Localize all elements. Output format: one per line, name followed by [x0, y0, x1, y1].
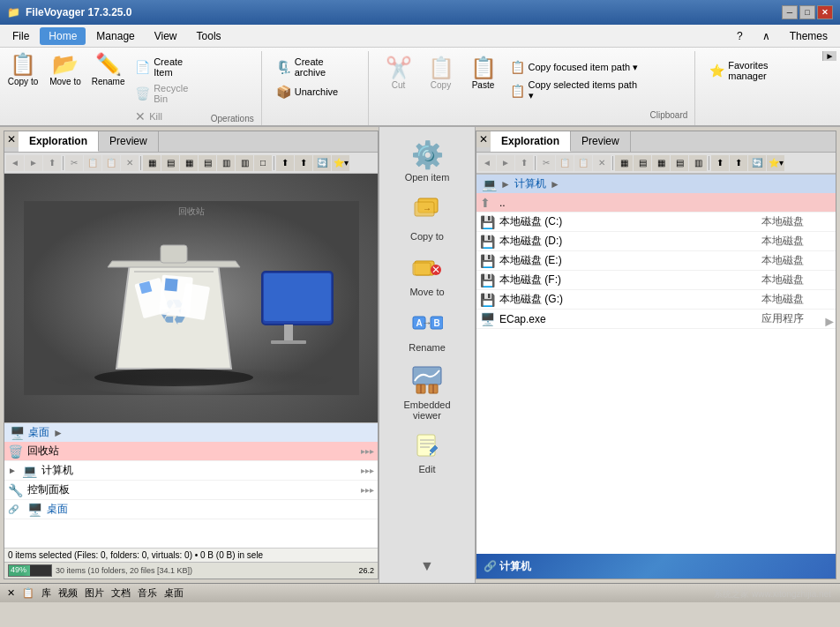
right-tb-refresh[interactable]: 🔄	[748, 155, 766, 171]
computer-list-icon: 💻	[22, 464, 38, 478]
left-tb-more[interactable]: ⭐▾	[332, 155, 349, 171]
right-tb-sort-down[interactable]: ⬆	[730, 155, 747, 171]
right-file-item-ecap[interactable]: 🖥️ ECap.exe 应用程序	[476, 310, 836, 329]
right-tb-copy[interactable]: 📋	[556, 155, 574, 171]
left-tb-view5[interactable]: ▥	[217, 155, 235, 171]
left-tb-copy[interactable]: 📋	[84, 155, 101, 171]
left-tb-cut[interactable]: ✂	[65, 155, 83, 171]
middle-scroll-down[interactable]: ▼	[420, 558, 434, 574]
rename-button[interactable]: ✏️ Rename	[88, 51, 128, 90]
right-tb-view2[interactable]: ▤	[634, 155, 651, 171]
left-tb-view6[interactable]: ▥	[236, 155, 253, 171]
right-panel-close[interactable]: ✕	[476, 131, 491, 147]
right-tb-cut[interactable]: ✂	[537, 155, 555, 171]
right-panel-scroll[interactable]: ►	[822, 314, 836, 330]
copy-to-button[interactable]: 📋 Copy to	[4, 51, 42, 90]
right-tb-view3[interactable]: ▦	[652, 155, 670, 171]
menu-collapse[interactable]: ∧	[754, 27, 779, 45]
kill-button[interactable]: ✕ Kill	[131, 108, 207, 125]
right-tb-view4[interactable]: ▤	[671, 155, 688, 171]
paste-button[interactable]: 📋 Paste	[464, 55, 503, 93]
menu-themes[interactable]: Themes	[781, 27, 836, 45]
right-tb-delete[interactable]: ✕	[593, 155, 611, 171]
right-file-item-fdrive[interactable]: 💾 本地磁盘 (F:) 本地磁盘	[476, 271, 836, 290]
close-button[interactable]: ✕	[817, 5, 833, 19]
embedded-viewer-button[interactable]: Embedded viewer	[387, 362, 467, 424]
copy-button[interactable]: 📋 Copy	[422, 55, 461, 93]
embedded-viewer-icon	[411, 365, 443, 398]
move-to-mid-button[interactable]: ✕ Move to	[387, 250, 467, 301]
right-tb-paste[interactable]: 📋	[574, 155, 592, 171]
right-file-item-up[interactable]: ⬆ ..	[476, 193, 836, 213]
favorites-manager-button[interactable]: ⭐ Favorites manager	[706, 58, 812, 83]
left-tb-view1[interactable]: ▦	[143, 155, 161, 171]
unarchive-button[interactable]: 📦 Unarchive	[273, 83, 361, 101]
left-panel-close[interactable]: ✕	[4, 131, 19, 147]
menu-file[interactable]: File	[4, 27, 38, 45]
right-tab-preview[interactable]: Preview	[571, 131, 631, 152]
left-tb-sort-down[interactable]: ⬆	[295, 155, 312, 171]
maximize-button[interactable]: □	[799, 5, 815, 19]
copy-focused-path-button[interactable]: 📋 Copy focused item path ▾	[506, 58, 647, 76]
right-file-item-ddrive[interactable]: 💾 本地磁盘 (D:) 本地磁盘	[476, 232, 836, 251]
left-tb-large-icons[interactable]: □	[254, 155, 272, 171]
left-tb-view4[interactable]: ▤	[199, 155, 216, 171]
left-tb-delete[interactable]: ✕	[121, 155, 139, 171]
unarchive-icon: 📦	[276, 85, 291, 99]
group1-label: Operations	[211, 114, 254, 125]
fdrive-icon: 💾	[480, 273, 496, 287]
minimize-button[interactable]: ─	[782, 5, 798, 19]
menu-home[interactable]: Home	[40, 27, 86, 45]
app-title: FileVoyager 17.3.25.0	[26, 6, 132, 19]
right-tb-forward[interactable]: ►	[497, 155, 514, 171]
right-file-item-cdrive[interactable]: 💾 本地磁盘 (C:) 本地磁盘	[476, 213, 836, 232]
create-item-button[interactable]: 📄 Create Item	[131, 55, 207, 79]
left-tb-view2[interactable]: ▤	[161, 155, 179, 171]
left-tb-paste[interactable]: 📋	[102, 155, 120, 171]
left-tb-forward[interactable]: ►	[25, 155, 42, 171]
right-file-item-gdrive[interactable]: 💾 本地磁盘 (G:) 本地磁盘	[476, 290, 836, 310]
left-tab-preview[interactable]: Preview	[99, 131, 159, 152]
paste-icon: 📋	[470, 57, 497, 78]
menu-help[interactable]: ?	[728, 27, 752, 45]
recycle-bin-button[interactable]: 🗑️ Recycle Bin	[131, 81, 207, 106]
status-text2: 视频	[58, 586, 78, 600]
left-tb-view3[interactable]: ▦	[180, 155, 198, 171]
right-path-computer[interactable]: 计算机	[514, 176, 546, 191]
edit-button[interactable]: Edit	[387, 429, 467, 478]
file-item-computer[interactable]: ► 💻 计算机 ▸▸▸	[4, 461, 378, 481]
favorites-icon: ⭐	[709, 63, 724, 78]
right-tb-view1[interactable]: ▦	[615, 155, 633, 171]
right-tb-sort-up[interactable]: ⬆	[711, 155, 729, 171]
file-item-control-panel[interactable]: 🔧 控制面板 ▸▸▸	[4, 481, 378, 500]
file-item-recycle[interactable]: 🗑️ 回收站 ▸▸▸	[4, 442, 378, 461]
left-tb-refresh[interactable]: 🔄	[313, 155, 331, 171]
right-tab-exploration[interactable]: Exploration	[491, 131, 571, 152]
ddrive-icon: 💾	[480, 235, 496, 249]
right-tb-back[interactable]: ◄	[478, 155, 496, 171]
create-archive-button[interactable]: 🗜️ Create archive	[273, 55, 361, 79]
cut-button[interactable]: ✂️ Cut	[379, 55, 418, 93]
left-tb-up[interactable]: ⬆	[43, 155, 61, 171]
menu-manage[interactable]: Manage	[87, 27, 143, 45]
ribbon-scroll-right[interactable]: ►	[822, 51, 836, 61]
right-tb-view5[interactable]: ▥	[689, 155, 707, 171]
left-tb-sort-up[interactable]: ⬆	[276, 155, 294, 171]
svg-rect-12	[161, 245, 187, 263]
left-tb-back[interactable]: ◄	[6, 155, 24, 171]
move-to-button[interactable]: 📂 Move to	[46, 51, 85, 90]
menu-view[interactable]: View	[146, 27, 186, 45]
left-tab-exploration[interactable]: Exploration	[19, 131, 99, 152]
right-file-item-edrive[interactable]: 💾 本地磁盘 (E:) 本地磁盘	[476, 251, 836, 271]
left-path-desktop[interactable]: 桌面	[28, 425, 49, 440]
copy-to-mid-button[interactable]: → Copy to	[387, 191, 467, 245]
rename-mid-button[interactable]: A → B Rename	[387, 306, 467, 356]
right-file-list: ⬆ .. 💾 本地磁盘 (C:) 本地磁盘 💾 本地磁盘 (D:) 本地磁盘 💾…	[476, 193, 836, 554]
open-item-button[interactable]: ⚙️ Open item	[387, 136, 467, 186]
right-tb-up[interactable]: ⬆	[515, 155, 533, 171]
create-archive-icon: 🗜️	[276, 60, 291, 74]
right-tb-more[interactable]: ⭐▾	[767, 155, 784, 171]
file-item-desktop-link[interactable]: 🔗 🖥️ 桌面	[4, 500, 378, 519]
menu-tools[interactable]: Tools	[188, 27, 230, 45]
copy-selected-path-button[interactable]: 📋 Copy selected items path ▾	[506, 78, 647, 103]
